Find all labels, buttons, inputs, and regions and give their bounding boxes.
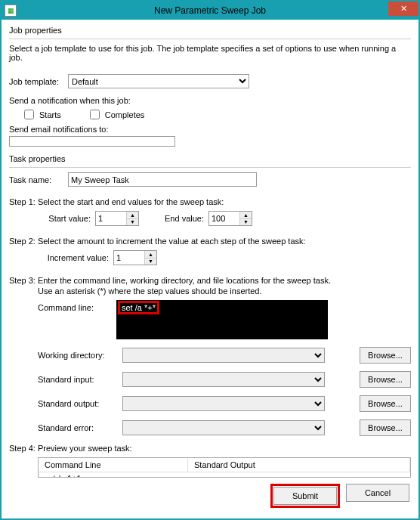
client-area: Job properties Select a job template to … — [2, 20, 418, 518]
submit-button-highlight: Submit — [270, 484, 340, 508]
browse-working-directory-button[interactable]: Browse... — [360, 347, 411, 364]
task-name-input[interactable] — [68, 172, 257, 187]
starts-label: Starts — [39, 110, 61, 119]
preview-col-command-line: Command Line — [39, 458, 188, 472]
spin-up-icon[interactable]: ▲ — [127, 212, 138, 218]
standard-input-label: Standard input: — [38, 375, 116, 384]
starts-checkbox[interactable] — [24, 110, 34, 119]
task-name-label: Task name: — [9, 175, 68, 184]
spin-down-icon[interactable]: ▼ — [240, 218, 252, 226]
dialog-buttons: Submit Cancel — [9, 478, 411, 511]
start-value-input[interactable] — [96, 212, 126, 225]
dialog-window: ▦ New Parametric Sweep Job ✕ Job propert… — [0, 0, 420, 520]
standard-output-select[interactable] — [122, 396, 325, 411]
title-bar: ▦ New Parametric Sweep Job ✕ — [2, 2, 418, 20]
divider — [9, 167, 411, 168]
job-template-label: Job template: — [9, 77, 68, 86]
close-icon: ✕ — [400, 5, 407, 13]
browse-standard-output-button[interactable]: Browse... — [360, 395, 411, 412]
window-title: New Parametric Sweep Job — [2, 5, 418, 16]
step4-heading: Step 4: Preview your sweep task: — [9, 444, 411, 453]
spin-up-icon[interactable]: ▲ — [145, 251, 156, 258]
preview-header-row: Command Line Standard Output — [39, 458, 410, 472]
preview-table: Command Line Standard Output set /a 1+1 … — [38, 457, 411, 478]
email-label: Send email notifications to: — [9, 125, 411, 134]
spin-down-icon[interactable]: ▼ — [127, 218, 138, 226]
step2-heading: Step 2: Select the amount to increment t… — [9, 237, 411, 246]
browse-standard-error-button[interactable]: Browse... — [360, 419, 411, 436]
start-value-spinner[interactable]: ▲▼ — [95, 211, 139, 226]
increment-spinner[interactable]: ▲▼ — [113, 250, 157, 265]
standard-output-label: Standard output: — [38, 399, 116, 408]
highlight-box: set /a *+* — [118, 301, 159, 314]
app-icon: ▦ — [5, 5, 17, 17]
spin-up-icon[interactable]: ▲ — [240, 212, 252, 218]
standard-error-label: Standard error: — [38, 423, 116, 432]
starts-checkbox-wrap[interactable]: Starts — [21, 107, 61, 122]
cancel-button[interactable]: Cancel — [346, 484, 409, 502]
command-line-input[interactable]: set /a *+* — [116, 300, 328, 339]
step1-heading: Step 1: Select the start and end values … — [9, 197, 411, 206]
end-value-label: End value: — [151, 214, 204, 223]
working-directory-select[interactable] — [122, 348, 325, 363]
step3-heading: Step 3: Enter the command line, working … — [9, 276, 411, 285]
preview-col-standard-output: Standard Output — [188, 458, 410, 472]
command-line-label: Command line: — [38, 303, 116, 312]
step3-subtext: Use an asterisk (*) where the step value… — [9, 286, 411, 296]
standard-input-select[interactable] — [122, 372, 325, 387]
notification-heading: Send a notification when this job: — [9, 96, 411, 105]
job-template-hint: Select a job template to use for this jo… — [9, 44, 411, 62]
working-directory-label: Working directory: — [38, 351, 116, 360]
end-value-spinner[interactable]: ▲▼ — [208, 211, 252, 226]
start-value-label: Start value: — [38, 214, 91, 223]
job-properties-heading: Job properties — [9, 26, 411, 35]
browse-standard-input-button[interactable]: Browse... — [360, 371, 411, 388]
email-input[interactable] — [9, 136, 175, 147]
submit-button[interactable]: Submit — [273, 487, 337, 505]
increment-label: Increment value: — [38, 253, 109, 262]
end-value-input[interactable] — [209, 212, 239, 225]
completes-label: Completes — [105, 110, 145, 119]
task-properties-heading: Task properties — [9, 154, 411, 163]
spin-down-icon[interactable]: ▼ — [145, 258, 156, 265]
command-line-text: set /a *+* — [122, 303, 156, 312]
close-button[interactable]: ✕ — [388, 2, 418, 16]
preview-body: set /a 1+1 set /a 2+2 ... set /a 100+100 — [39, 472, 410, 478]
completes-checkbox-wrap[interactable]: Completes — [87, 107, 145, 122]
increment-input[interactable] — [114, 251, 144, 265]
job-template-select[interactable]: Default — [68, 74, 249, 88]
divider — [9, 39, 411, 39]
completes-checkbox[interactable] — [90, 110, 100, 119]
standard-error-select[interactable] — [122, 420, 325, 435]
